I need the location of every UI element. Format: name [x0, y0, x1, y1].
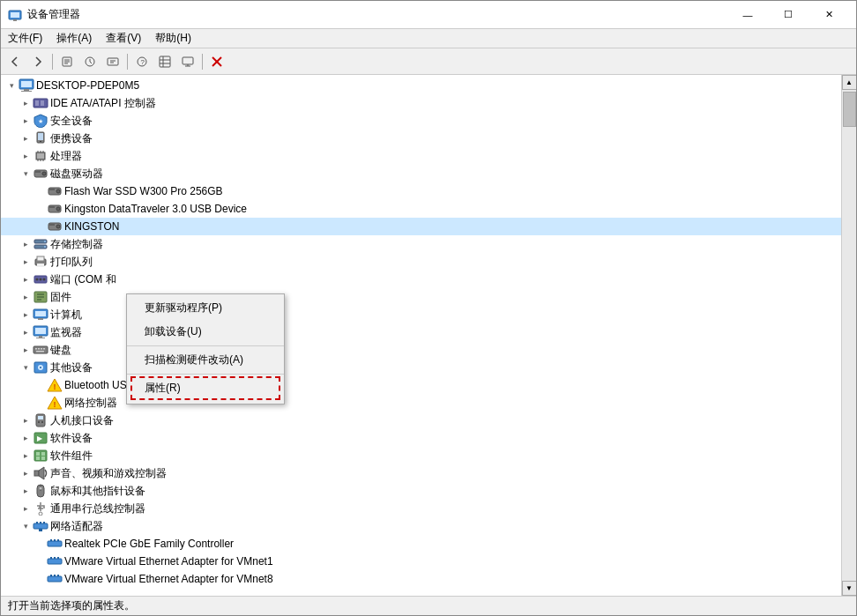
expand-storage[interactable]: [19, 237, 33, 251]
sound-label: 声音、视频和游戏控制器: [50, 466, 167, 481]
expand-ide[interactable]: [19, 96, 33, 110]
expand-softcomp[interactable]: [19, 449, 33, 463]
svg-rect-115: [57, 557, 59, 559]
svg-point-43: [56, 189, 60, 193]
tree-item-sound[interactable]: 声音、视频和游戏控制器: [1, 464, 841, 482]
tree-item-usb[interactable]: 通用串行总线控制器: [1, 500, 841, 517]
ssd-icon: [47, 183, 63, 199]
tree-item-disk[interactable]: 磁盘驱动器: [1, 165, 841, 182]
maximize-button[interactable]: ☐: [768, 1, 809, 29]
tree-item-softdev[interactable]: ▶ 软件设备: [1, 429, 841, 447]
expand-processor[interactable]: [19, 149, 33, 163]
properties-button[interactable]: [56, 51, 78, 72]
expand-ports[interactable]: [19, 272, 33, 286]
vertical-scrollbar[interactable]: ▲ ▼: [841, 75, 856, 596]
kingston1-label: Kingston DataTraveler 3.0 USB Device: [64, 203, 247, 215]
svg-rect-73: [34, 346, 48, 353]
delete-button[interactable]: [206, 51, 227, 72]
status-text: 打开当前选择项的属性表。: [8, 598, 135, 613]
expand-netadapter[interactable]: [19, 519, 33, 533]
expand-firmware[interactable]: [19, 290, 33, 304]
expand-keyboard[interactable]: [19, 343, 33, 357]
svg-rect-93: [36, 452, 40, 456]
close-button[interactable]: ✕: [809, 1, 849, 29]
tree-item-kingston2[interactable]: KINGSTON: [1, 218, 841, 235]
svg-point-101: [40, 487, 42, 490]
ctx-uninstall[interactable]: 卸载设备(U): [127, 320, 284, 344]
expand-other[interactable]: [19, 360, 33, 375]
sound-icon: [33, 465, 48, 481]
minimize-button[interactable]: —: [727, 1, 768, 29]
tree-item-vmnet1[interactable]: VMware Virtual Ethernet Adapter for VMne…: [1, 553, 841, 570]
expand-sound[interactable]: [19, 466, 33, 480]
tree-item-vmnet8[interactable]: VMware Virtual Ethernet Adapter for VMne…: [1, 570, 841, 588]
expand-softdev[interactable]: [19, 431, 33, 445]
expand-print[interactable]: [19, 255, 33, 269]
tree-item-processor[interactable]: 处理器: [1, 147, 841, 165]
tree-item-ide[interactable]: IDE ATA/ATAPI 控制器: [1, 94, 841, 112]
tree-item-ports[interactable]: 端口 (COM 和: [1, 271, 841, 288]
ctx-scan[interactable]: 扫描检测硬件改动(A): [127, 348, 284, 372]
portable-icon: [33, 130, 48, 146]
tree-item-ssd[interactable]: Flash War SSD W300 Pro 256GB: [1, 182, 841, 200]
menu-view[interactable]: 查看(V): [99, 29, 148, 48]
svg-marker-98: [39, 467, 44, 479]
expand-security[interactable]: [19, 114, 33, 128]
svg-rect-119: [57, 575, 59, 576]
expand-monitor[interactable]: [19, 325, 33, 339]
other-label: 其他设备: [50, 360, 93, 375]
svg-point-60: [40, 278, 42, 281]
tree-item-softcomp[interactable]: 软件组件: [1, 447, 841, 464]
toolbar-sep-2: [127, 54, 128, 70]
tree-item-portable[interactable]: 便携设备: [1, 130, 841, 147]
scroll-thumb[interactable]: [843, 92, 856, 127]
scroll-track[interactable]: [842, 90, 856, 581]
svg-point-40: [42, 172, 46, 175]
ctx-update-driver[interactable]: 更新驱动程序(P): [127, 296, 284, 320]
svg-rect-29: [38, 133, 43, 140]
svg-point-53: [44, 241, 46, 242]
vmnet1-icon: [47, 553, 63, 569]
computer-icon-button[interactable]: [177, 51, 198, 72]
scroll-down[interactable]: ▼: [842, 581, 857, 596]
scroll-up[interactable]: ▲: [842, 75, 857, 90]
expand-root[interactable]: [4, 78, 19, 93]
softcomp-label: 软件组件: [50, 449, 93, 464]
device-tree[interactable]: DESKTOP-PDEP0M5 IDE ATA/ATAPI 控制器: [1, 75, 841, 596]
back-button[interactable]: [4, 51, 26, 72]
expand-portable[interactable]: [19, 131, 33, 145]
view-list-button[interactable]: [154, 51, 175, 72]
menu-bar: 文件(F) 操作(A) 查看(V) 帮助(H): [1, 29, 856, 48]
print-icon: [33, 254, 48, 270]
content-area: DESKTOP-PDEP0M5 IDE ATA/ATAPI 控制器: [1, 75, 856, 596]
tree-item-hid[interactable]: 人机接口设备: [1, 412, 841, 429]
kingston2-label: KINGSTON: [64, 220, 119, 233]
svg-rect-97: [34, 471, 39, 476]
svg-rect-70: [35, 328, 46, 334]
vmnet1-label: VMware Virtual Ethernet Adapter for VMne…: [64, 555, 273, 568]
ctx-properties[interactable]: 属性(R): [130, 376, 280, 400]
tree-item-security[interactable]: ★ 安全设备: [1, 112, 841, 130]
menu-help[interactable]: 帮助(H): [148, 29, 198, 48]
tree-item-root[interactable]: DESKTOP-PDEP0M5: [1, 77, 841, 94]
tree-item-kingston1[interactable]: Kingston DataTraveler 3.0 USB Device: [1, 200, 841, 218]
ports-icon: [33, 271, 48, 287]
tree-item-netadapter[interactable]: 网络适配器: [1, 517, 841, 535]
help-button[interactable]: ?: [131, 51, 153, 72]
menu-action[interactable]: 操作(A): [49, 29, 99, 48]
expand-hid[interactable]: [19, 413, 33, 427]
svg-rect-78: [36, 351, 44, 353]
tree-item-print[interactable]: 打印队列: [1, 253, 841, 271]
tree-item-mouse[interactable]: 鼠标和其他指针设备: [1, 482, 841, 500]
expand-computer[interactable]: [19, 308, 33, 322]
forward-button[interactable]: [27, 51, 48, 72]
expand-mouse[interactable]: [19, 484, 33, 498]
realtek-label: Realtek PCIe GbE Family Controller: [64, 538, 234, 550]
update-driver-button[interactable]: [79, 51, 101, 72]
expand-usb[interactable]: [19, 501, 33, 516]
tree-item-storage[interactable]: 存储控制器: [1, 235, 841, 253]
scan-button[interactable]: [102, 51, 123, 72]
tree-item-realtek[interactable]: Realtek PCIe GbE Family Controller: [1, 535, 841, 553]
menu-file[interactable]: 文件(F): [1, 29, 49, 48]
expand-disk[interactable]: [19, 167, 33, 181]
